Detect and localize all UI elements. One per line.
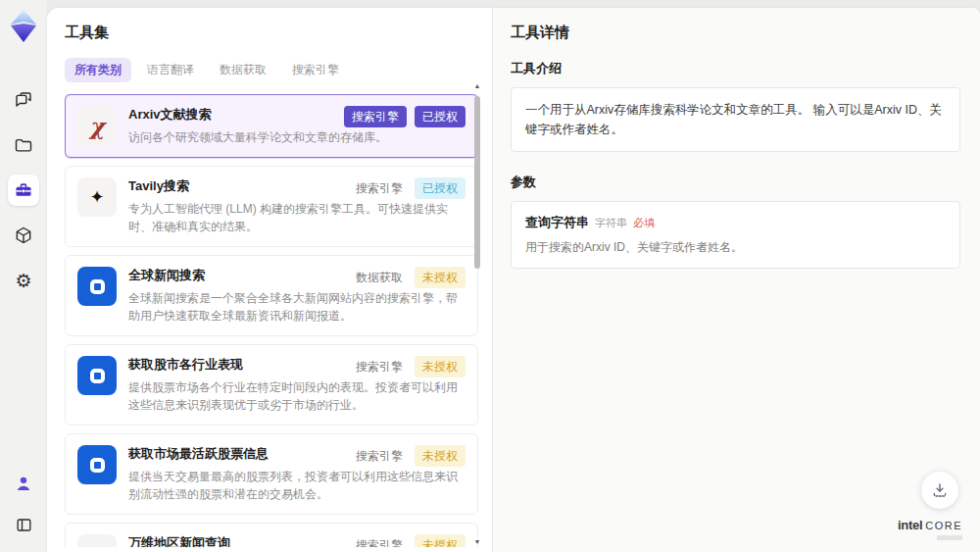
intro-text-box: 一个用于从Arxiv存储库搜索科学论文和文章的工具。 输入可以是Arxiv ID… — [511, 87, 960, 152]
download-icon — [931, 481, 949, 499]
scrollbar[interactable]: ▲ ▼ — [472, 82, 482, 546]
folder-icon[interactable] — [8, 129, 39, 161]
param-name: 查询字符串 — [525, 214, 589, 231]
cube-icon[interactable] — [8, 220, 39, 251]
intro-heading: 工具介绍 — [511, 60, 960, 77]
panel-toggle-icon[interactable] — [8, 509, 39, 540]
scroll-up-arrow-icon[interactable]: ▲ — [472, 82, 482, 90]
param-description: 用于搜索的Arxiv ID、关键字或作者姓名。 — [525, 239, 946, 256]
details-title: 工具详情 — [511, 24, 960, 42]
tavily-star-icon: χ ✦ ▤ — [77, 177, 117, 217]
tab-all-categories[interactable]: 所有类别 — [65, 58, 131, 82]
toolbox-icon[interactable] — [8, 175, 39, 206]
tool-description: 访问各个研究领域大量科学论文和文章的存储库。 — [128, 128, 466, 146]
gear-icon[interactable]: ⚙ — [8, 265, 39, 296]
param-card: 查询字符串 字符串 必填 用于搜索的Arxiv ID、关键字或作者姓名。 — [511, 201, 960, 269]
main-shell: 工具集 所有类别语言翻译数据获取搜索引擎 χ ✦ ▤ — [47, 8, 980, 552]
category-badge: 搜索引擎 — [344, 106, 407, 127]
tool-card-arxiv[interactable]: χ ✦ ▤ Arxiv文献搜索 搜索引擎 — [65, 94, 478, 158]
tool-card-list: χ ✦ ▤ Arxiv文献搜索 搜索引擎 — [65, 94, 478, 547]
scroll-down-arrow-icon[interactable]: ▼ — [472, 538, 482, 546]
tool-name: Arxiv文献搜索 — [128, 106, 212, 128]
category-badge: 数据获取 — [352, 267, 407, 288]
auth-status-badge: 已授权 — [415, 106, 466, 127]
arxiv-logo-icon: χ ✦ ▤ — [77, 106, 117, 145]
tool-description: 提供股票市场各个行业在特定时间段内的表现。投资者可以利用这些信息来识别表现优于或… — [128, 378, 466, 414]
tool-name: 获取股市各行业表现 — [128, 356, 243, 378]
category-tabs: 所有类别语言翻译数据获取搜索引擎 — [65, 58, 492, 82]
tool-card-tavily[interactable]: χ ✦ ▤ Tavily搜索 搜索引擎 — [65, 166, 478, 247]
tool-description: 全球新闻搜索是一个聚合全球各大新闻网站内容的搜索引擎，帮助用户快速获取全球最新资… — [128, 289, 466, 325]
app-root: ⚙ 工具集 所有类别语言翻译数据获取搜 — [0, 0, 980, 552]
tool-description: 提供当天交易量最高的股票列表，投资者可以利用这些信息来识别流动性强的股票和潜在的… — [128, 468, 466, 503]
category-badge: 搜索引擎 — [352, 534, 407, 547]
blue-app-icon: χ ✦ ▤ — [77, 356, 117, 395]
chat-icon[interactable] — [8, 84, 39, 116]
blue-app-icon: χ ✦ ▤ — [77, 267, 117, 306]
rail-nav: ⚙ — [8, 84, 39, 296]
app-logo-icon — [8, 8, 39, 45]
tool-name: 万维地区新闻查询 — [128, 534, 230, 547]
auth-status-badge: 未授权 — [415, 534, 466, 547]
auth-status-badge: 未授权 — [415, 356, 466, 377]
tool-details-panel: 工具详情 工具介绍 一个用于从Arxiv存储库搜索科学论文和文章的工具。 输入可… — [492, 8, 980, 552]
param-required-flag: 必填 — [633, 216, 655, 230]
download-button[interactable] — [921, 472, 958, 509]
left-rail: ⚙ — [0, 0, 47, 552]
scrollbar-thumb[interactable] — [474, 96, 480, 269]
brand-core-text: CORE — [925, 520, 962, 531]
category-badge: 搜索引擎 — [352, 356, 407, 377]
tool-name: 全球新闻搜索 — [128, 267, 205, 289]
brand-intel-text: intel — [898, 518, 922, 532]
tools-panel-title: 工具集 — [65, 24, 492, 42]
param-type: 字符串 — [595, 216, 627, 230]
tab-data-fetch[interactable]: 数据获取 — [210, 58, 276, 82]
tool-name: 获取市场最活跃股票信息 — [128, 445, 269, 468]
tools-panel: 工具集 所有类别语言翻译数据获取搜索引擎 χ ✦ ▤ — [47, 8, 492, 552]
intel-core-logo: intel CORE — [898, 518, 962, 540]
tool-card-global-news[interactable]: χ ✦ ▤ 全球新闻搜索 数据获取 — [65, 255, 478, 336]
avatar-icon[interactable] — [8, 468, 39, 499]
tool-card-sector-performance[interactable]: χ ✦ ▤ 获取股市各行业表现 搜索引擎 — [65, 344, 478, 426]
brand-sub-bar — [937, 535, 962, 540]
tool-name: Tavily搜索 — [128, 177, 189, 200]
auth-status-badge: 未授权 — [415, 445, 466, 467]
tool-card-regional-news[interactable]: χ ✦ ▤ 万维地区新闻查询 搜索引擎 — [65, 523, 478, 547]
category-badge: 搜索引擎 — [352, 177, 407, 199]
tab-language-translation[interactable]: 语言翻译 — [137, 58, 204, 82]
tab-search-engine[interactable]: 搜索引擎 — [282, 58, 349, 82]
auth-status-badge: 已授权 — [415, 177, 466, 199]
category-badge: 搜索引擎 — [352, 445, 407, 467]
blue-app-icon: χ ✦ ▤ — [77, 445, 117, 484]
auth-status-badge: 未授权 — [415, 267, 466, 288]
tool-card-most-active-stocks[interactable]: χ ✦ ▤ 获取市场最活跃股票信息 搜索引擎 — [65, 433, 478, 515]
tool-description: 专为人工智能代理 (LLM) 构建的搜索引擎工具。可快速提供实时、准确和真实的结… — [128, 200, 466, 235]
params-heading: 参数 — [511, 174, 960, 191]
rail-bottom — [8, 468, 39, 552]
news-press-icon: χ ✦ ▤ — [77, 534, 117, 547]
